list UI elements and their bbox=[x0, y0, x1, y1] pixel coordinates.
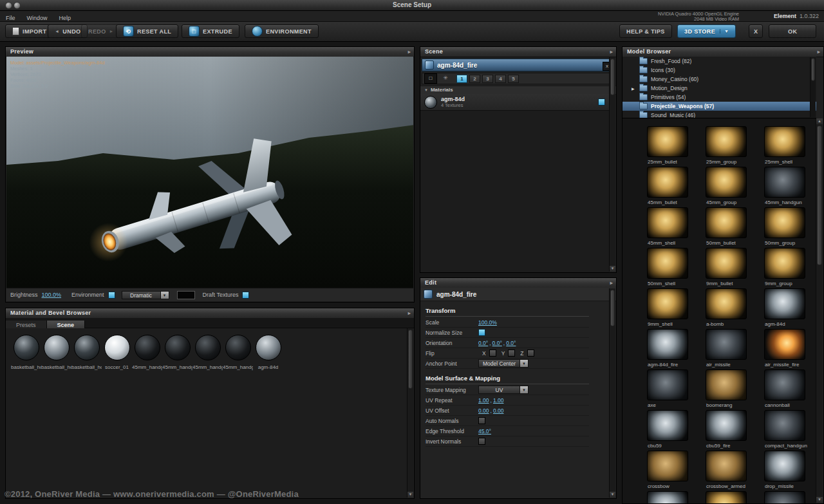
group-button-5[interactable]: 5 bbox=[508, 75, 519, 83]
model-item-45mm-handgun[interactable]: 45mm_handgun bbox=[755, 167, 814, 207]
background-color-swatch[interactable] bbox=[177, 291, 195, 299]
dropdown-texture-mapping[interactable]: UV▼ bbox=[478, 386, 529, 394]
scroll-down-icon[interactable]: ▼ bbox=[407, 492, 413, 498]
group-button-3[interactable]: 3 bbox=[482, 75, 493, 83]
material-row-agm-84d[interactable]: agm-84d 4 Textures bbox=[420, 94, 609, 111]
folder-motion-design[interactable]: ▶Motion_Design bbox=[623, 84, 816, 93]
model-item-25mm-group[interactable]: 25mm_group bbox=[697, 126, 755, 167]
model-item-25mm-bullet[interactable]: 25mm_bullet bbox=[638, 126, 697, 167]
model-item-25mm-shell[interactable]: 25mm_shell bbox=[755, 126, 814, 167]
checkbox-invert-normals[interactable] bbox=[478, 438, 485, 445]
folder-projectile-weapons-57[interactable]: Projectile_Weapons (57) bbox=[623, 102, 816, 111]
model-item-cbu59[interactable]: cbu59 bbox=[638, 410, 697, 451]
model-item-50mm-bullet[interactable]: 50mm_bullet bbox=[697, 207, 755, 248]
value-scale[interactable]: 100.0% bbox=[478, 319, 497, 326]
panel-menu-icon[interactable]: ▸ bbox=[818, 47, 820, 57]
model-item-agm-84d-fire[interactable]: agm-84d_fire bbox=[638, 329, 697, 369]
expand-arrow-icon[interactable]: ▶ bbox=[632, 86, 635, 91]
value-uv-repeat-0[interactable]: 1.00 bbox=[478, 397, 489, 404]
environment-preset-dropdown[interactable]: Dramatic ▼ bbox=[122, 291, 169, 299]
scrollbar-thumb[interactable] bbox=[610, 59, 615, 95]
value-orientation-0[interactable]: 0.0° bbox=[478, 340, 488, 346]
particle-tool-icon[interactable]: ✳ bbox=[439, 73, 452, 84]
model-item-item[interactable] bbox=[755, 491, 814, 503]
model-item-air-missile[interactable]: air_missile bbox=[697, 329, 755, 369]
model-item-boomerang[interactable]: boomerang bbox=[697, 369, 755, 410]
material-item-basketball-ho[interactable]: basketball_ho bbox=[71, 335, 102, 370]
model-item-45mm-shell[interactable]: 45mm_shell bbox=[638, 207, 697, 248]
material-item-45mm-handg[interactable]: 45mm_handg bbox=[223, 335, 253, 370]
model-item-drop-missile[interactable]: drop_missile bbox=[755, 451, 814, 491]
environment-checkbox[interactable] bbox=[108, 292, 115, 299]
model-item-45mm-bullet[interactable]: 45mm_bullet bbox=[638, 167, 697, 207]
checkbox-normalize-size[interactable] bbox=[478, 329, 485, 336]
panel-menu-icon[interactable]: ▸ bbox=[408, 47, 411, 57]
scrollbar-thumb[interactable] bbox=[817, 126, 822, 265]
model-item-crossbow-armed[interactable]: crossbow_armed bbox=[697, 451, 755, 491]
scrollbar-thumb[interactable] bbox=[408, 330, 413, 389]
material-enabled-checkbox[interactable] bbox=[598, 98, 605, 106]
cube-tool-icon[interactable]: □ bbox=[424, 73, 437, 84]
extrude-button[interactable]: □ EXTRUDE bbox=[182, 24, 239, 38]
scrollbar-thumb[interactable] bbox=[811, 58, 815, 81]
scrollbar-thumb[interactable] bbox=[610, 290, 615, 326]
model-item-cbu59-fire[interactable]: cbu59_fire bbox=[697, 410, 755, 451]
reset-all-button[interactable]: ⟲ RESET ALL bbox=[116, 24, 178, 38]
group-button-4[interactable]: 4 bbox=[495, 75, 506, 83]
folder-icons-30[interactable]: Icons (30) bbox=[623, 66, 816, 75]
model-item-crossbow[interactable]: crossbow bbox=[638, 451, 697, 491]
model-item-9mm-group[interactable]: 9mm_group bbox=[755, 248, 814, 288]
scroll-down-icon[interactable]: ▼ bbox=[610, 492, 615, 498]
panel-menu-icon[interactable]: ▸ bbox=[610, 47, 613, 57]
value-uv-offset-1[interactable]: 0.00 bbox=[493, 407, 504, 414]
value-orientation-1[interactable]: 0.0° bbox=[492, 340, 502, 346]
material-item-basketball-ho[interactable]: basketball_ho bbox=[11, 335, 41, 370]
model-item-9mm-bullet[interactable]: 9mm_bullet bbox=[697, 248, 755, 288]
checkbox-auto-normals[interactable] bbox=[478, 417, 485, 424]
model-item-cannonball[interactable]: cannonball bbox=[755, 369, 814, 410]
group-button-1[interactable]: 1 bbox=[456, 75, 467, 83]
checkbox-flip-z[interactable] bbox=[527, 350, 534, 357]
help-tips-button[interactable]: HELP & TIPS bbox=[619, 24, 672, 38]
dropdown-anchor-point[interactable]: Model Center▼ bbox=[478, 359, 529, 368]
group-button-2[interactable]: 2 bbox=[469, 75, 480, 83]
checkbox-flip-y[interactable] bbox=[508, 350, 515, 357]
tree-scrollbar[interactable] bbox=[810, 57, 816, 117]
redo-button[interactable]: REDO ► bbox=[81, 24, 121, 38]
scroll-down-icon[interactable]: ▼ bbox=[816, 497, 823, 503]
ok-button[interactable]: OK bbox=[769, 24, 816, 38]
folder-fresh-food-82[interactable]: Fresh_Food (82) bbox=[623, 57, 816, 66]
materials-section-header[interactable]: ▼Materials bbox=[420, 86, 616, 95]
model-item-air-missile-fire[interactable]: air_missile_fire bbox=[755, 329, 814, 369]
material-item-basketball-ho[interactable]: basketball_ho bbox=[41, 335, 71, 370]
edit-scrollbar[interactable]: ▼ bbox=[609, 288, 615, 498]
model-item-9mm-shell[interactable]: 9mm_shell bbox=[638, 288, 697, 329]
checkbox-flip-x[interactable] bbox=[489, 350, 496, 357]
model-item-agm-84d[interactable]: agm-84d bbox=[755, 288, 814, 329]
material-item-45mm-handg[interactable]: 45mm_handg bbox=[132, 335, 162, 370]
value-uv-offset-0[interactable]: 0.00 bbox=[478, 407, 489, 414]
value-edge-threshold[interactable]: 45.0° bbox=[478, 428, 491, 434]
model-grid-scrollbar[interactable]: ▲ ▼ bbox=[816, 118, 823, 503]
model-item-axe[interactable]: axe bbox=[638, 369, 697, 410]
value-orientation-2[interactable]: 0.0° bbox=[506, 340, 516, 346]
folder-primitives-54[interactable]: Primitives (54) bbox=[623, 93, 816, 102]
model-item-item[interactable] bbox=[697, 491, 755, 503]
import-button[interactable]: IMPORT bbox=[5, 24, 53, 38]
model-item-item[interactable] bbox=[638, 491, 697, 503]
folder-money-casino-60[interactable]: Money_Casino (60) bbox=[623, 75, 816, 84]
scroll-up-icon[interactable]: ▲ bbox=[816, 118, 823, 124]
scene-scrollbar[interactable]: ▼ bbox=[609, 57, 615, 272]
material-item-45mm-handg[interactable]: 45mm_handg bbox=[162, 335, 192, 370]
panel-menu-icon[interactable]: ▸ bbox=[408, 308, 411, 318]
material-item-soccer-01[interactable]: soccer_01 bbox=[102, 335, 132, 370]
value-uv-repeat-1[interactable]: 1.00 bbox=[493, 397, 504, 404]
brightness-value[interactable]: 100.0% bbox=[42, 292, 62, 298]
model-item-a-bomb[interactable]: a-bomb bbox=[697, 288, 755, 329]
model-item-compact-handgun[interactable]: compact_handgun bbox=[755, 410, 814, 451]
model-item-45mm-group[interactable]: 45mm_group bbox=[697, 167, 755, 207]
folder-sound-music-46[interactable]: Sound_Music (46) bbox=[623, 111, 816, 118]
3d-store-button[interactable]: 3D STORE ▼ bbox=[677, 24, 736, 38]
panel-menu-icon[interactable]: ▸ bbox=[610, 278, 613, 288]
scene-item-agm-84d-fire[interactable]: agm-84d_fire x bbox=[422, 59, 615, 71]
